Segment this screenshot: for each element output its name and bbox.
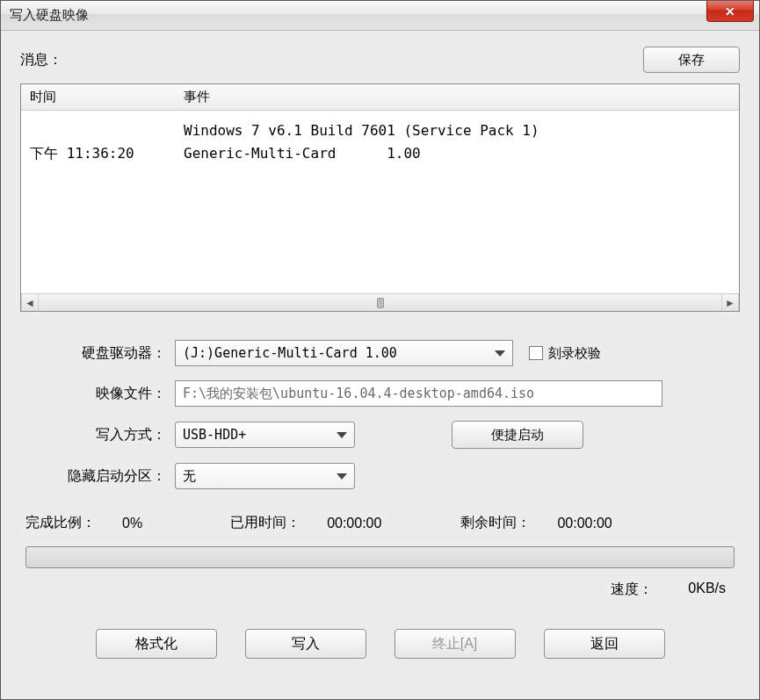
format-button[interactable]: 格式化 (96, 629, 217, 659)
dialog-window: 写入硬盘映像 ✕ 消息： 保存 时间 事件 Windows 7 v6.1 Bui… (0, 0, 760, 700)
log-time: 下午 11:36:20 (30, 142, 184, 165)
verify-label: 刻录校验 (548, 345, 601, 362)
titlebar[interactable]: 写入硬盘映像 ✕ (1, 1, 759, 31)
form-area: 硬盘驱动器： (J:)Generic-Multi-Card 1.00 刻录校验 … (20, 340, 740, 489)
hide-boot-select[interactable]: 无 (175, 463, 355, 489)
log-panel: 时间 事件 Windows 7 v6.1 Build 7601 (Service… (20, 83, 740, 312)
message-label: 消息： (20, 51, 62, 69)
scroll-thumb[interactable] (377, 298, 384, 308)
image-path-field[interactable]: F:\我的安装包\ubuntu-16.04.4-desktop-amd64.is… (175, 380, 662, 407)
log-body[interactable]: Windows 7 v6.1 Build 7601 (Service Pack … (21, 111, 739, 293)
quick-boot-button[interactable]: 便捷启动 (452, 421, 583, 449)
drive-select[interactable]: (J:)Generic-Multi-Card 1.00 (175, 340, 513, 366)
percent-value: 0% (122, 516, 142, 531)
row-drive: 硬盘驱动器： (J:)Generic-Multi-Card 1.00 刻录校验 (25, 340, 735, 366)
close-icon: ✕ (725, 4, 735, 18)
close-button[interactable]: ✕ (706, 1, 754, 22)
progress-area: 完成比例： 0% 已用时间： 00:00:00 剩余时间： 00:00:00 速… (20, 514, 740, 599)
scroll-right-arrow-icon[interactable]: ► (721, 294, 739, 311)
message-header: 消息： 保存 (20, 47, 740, 73)
log-row: 下午 11:36:20 Generic-Multi-Card 1.00 (30, 142, 730, 165)
window-title: 写入硬盘映像 (10, 7, 89, 24)
log-col-event[interactable]: 事件 (184, 89, 739, 105)
save-button[interactable]: 保存 (643, 47, 740, 73)
row-write-mode: 写入方式： USB-HDD+ 便捷启动 (25, 421, 735, 449)
horizontal-scrollbar[interactable]: ◄ ► (21, 293, 739, 311)
row-hide-boot: 隐藏启动分区： 无 (25, 463, 735, 489)
chevron-down-icon (337, 432, 347, 438)
log-event: Windows 7 v6.1 Build 7601 (Service Pack … (184, 119, 730, 142)
log-row: Windows 7 v6.1 Build 7601 (Service Pack … (30, 119, 730, 142)
write-mode-label: 写入方式： (25, 426, 175, 444)
log-col-time[interactable]: 时间 (30, 89, 184, 105)
drive-value: (J:)Generic-Multi-Card 1.00 (183, 345, 397, 361)
progress-bar (25, 546, 735, 568)
remain-label: 剩余时间： (460, 514, 531, 532)
chevron-down-icon (337, 473, 347, 480)
button-row: 格式化 写入 终止[A] 返回 (20, 629, 740, 659)
write-mode-select[interactable]: USB-HDD+ (175, 422, 355, 448)
log-time (30, 119, 184, 142)
stats-row: 完成比例： 0% 已用时间： 00:00:00 剩余时间： 00:00:00 (25, 514, 735, 532)
image-path-value: F:\我的安装包\ubuntu-16.04.4-desktop-amd64.is… (183, 386, 534, 402)
log-header-row: 时间 事件 (21, 84, 739, 111)
image-label: 映像文件： (25, 385, 175, 403)
verify-checkbox[interactable]: 刻录校验 (529, 345, 601, 362)
checkbox-box (529, 346, 543, 360)
chevron-down-icon (495, 350, 505, 357)
write-button[interactable]: 写入 (245, 629, 366, 659)
write-mode-value: USB-HDD+ (183, 427, 246, 443)
hide-boot-value: 无 (183, 468, 196, 485)
content-area: 消息： 保存 时间 事件 Windows 7 v6.1 Build 7601 (… (1, 31, 759, 699)
speed-value: 0KB/s (688, 581, 726, 599)
abort-button[interactable]: 终止[A] (394, 629, 516, 659)
elapsed-label: 已用时间： (230, 514, 300, 532)
speed-label: 速度： (611, 581, 653, 599)
row-image: 映像文件： F:\我的安装包\ubuntu-16.04.4-desktop-am… (25, 380, 735, 407)
remain-value: 00:00:00 (557, 516, 612, 531)
speed-row: 速度： 0KB/s (25, 581, 735, 599)
scroll-track[interactable] (39, 298, 721, 308)
back-button[interactable]: 返回 (544, 629, 665, 659)
hide-boot-label: 隐藏启动分区： (25, 467, 175, 486)
percent-label: 完成比例： (25, 514, 96, 532)
log-event: Generic-Multi-Card 1.00 (184, 142, 730, 165)
scroll-left-arrow-icon[interactable]: ◄ (21, 294, 39, 311)
elapsed-value: 00:00:00 (327, 516, 381, 531)
drive-label: 硬盘驱动器： (25, 344, 175, 363)
